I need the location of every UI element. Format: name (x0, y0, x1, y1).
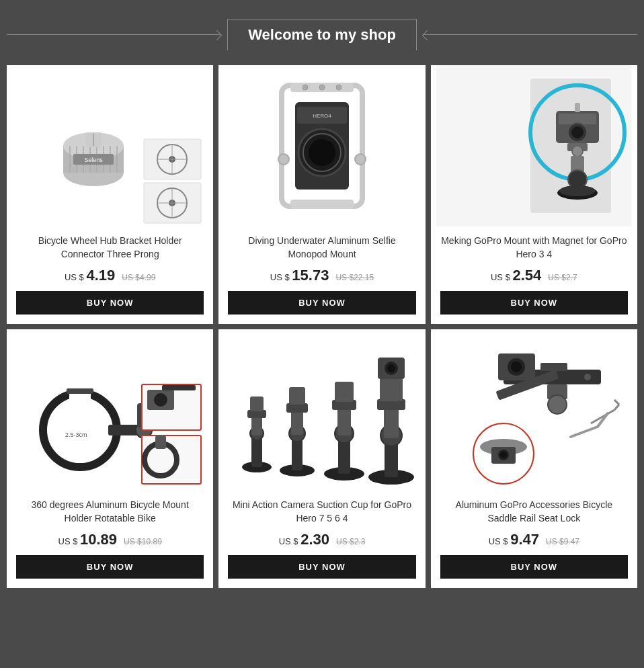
shop-title: Welcome to my shop (248, 26, 396, 50)
product-card-2: HERO4 Diving Underwater Aluminum Selfie … (218, 65, 425, 324)
price-current-6: US $ 9.47 (489, 531, 539, 548)
price-original-6: US $9.47 (546, 537, 579, 546)
svg-point-73 (154, 393, 167, 407)
header-line-left (7, 34, 220, 35)
svg-rect-89 (286, 403, 308, 413)
buy-button-5[interactable]: BUY NOW (228, 555, 415, 579)
price-original-1: US $4.99 (122, 273, 155, 282)
product-card-4: 2.5-3cm (7, 329, 213, 588)
svg-rect-100 (384, 409, 399, 438)
price-current-3: US $ 2.54 (491, 267, 541, 284)
svg-rect-54 (575, 103, 580, 112)
svg-point-117 (511, 362, 522, 372)
svg-point-110 (584, 374, 591, 380)
price-row-1: US $ 4.19 US $4.99 (65, 267, 155, 284)
price-original-2: US $22.15 (335, 273, 374, 282)
svg-point-31 (355, 154, 366, 165)
price-row-6: US $ 9.47 US $9.47 (489, 531, 579, 548)
svg-point-38 (303, 85, 308, 90)
price-current-1: US $ 4.19 (65, 267, 115, 284)
shop-header: Welcome to my shop (7, 7, 637, 65)
price-original-3: US $2.7 (548, 273, 577, 282)
price-row-5: US $ 2.30 US $2.3 (279, 531, 366, 548)
product-grid: Selens Bicycle Wheel Hub Bracket (7, 65, 637, 588)
svg-rect-102 (380, 378, 403, 401)
product-title-2: Diving Underwater Aluminum Selfie Monopo… (228, 235, 415, 261)
svg-point-49 (572, 146, 583, 157)
svg-rect-82 (251, 417, 262, 435)
svg-point-53 (559, 185, 596, 196)
product-image-1: Selens (7, 65, 213, 226)
product-card-5: Mini Action Camera Suction Cup for GoPro… (218, 329, 425, 588)
svg-rect-111 (540, 363, 567, 371)
svg-rect-94 (337, 409, 351, 435)
svg-rect-29 (290, 200, 354, 209)
product-image-3 (431, 65, 637, 226)
price-original-4: US $10.89 (124, 537, 162, 546)
svg-point-105 (387, 364, 395, 372)
svg-point-30 (278, 154, 289, 165)
svg-rect-80 (251, 437, 262, 467)
card-body-1: Bicycle Wheel Hub Bracket Holder Connect… (7, 226, 213, 324)
svg-text:Selens: Selens (84, 157, 103, 163)
price-current-4: US $ 10.89 (58, 531, 118, 548)
svg-rect-106 (436, 329, 631, 491)
price-original-5: US $2.3 (336, 537, 365, 546)
product-image-2: HERO4 (218, 65, 425, 226)
svg-point-47 (571, 126, 583, 138)
product-image-6 (431, 329, 637, 491)
svg-rect-75 (142, 435, 201, 484)
svg-text:HERO4: HERO4 (313, 113, 331, 119)
price-row-4: US $ 10.89 US $10.89 (58, 531, 162, 548)
card-body-3: Meking GoPro Mount with Magnet for GoPro… (431, 226, 637, 324)
product-card-1: Selens Bicycle Wheel Hub Bracket (7, 65, 213, 324)
svg-rect-74 (162, 385, 196, 390)
product-title-5: Mini Action Camera Suction Cup for GoPro… (228, 499, 415, 526)
svg-point-125 (500, 452, 507, 458)
svg-rect-84 (250, 396, 264, 411)
buy-button-4[interactable]: BUY NOW (16, 555, 204, 579)
header-title-box: Welcome to my shop (227, 19, 417, 50)
card-body-2: Diving Underwater Aluminum Selfie Monopo… (218, 226, 425, 324)
price-current-5: US $ 2.30 (279, 531, 329, 548)
svg-rect-96 (335, 382, 354, 402)
price-row-3: US $ 2.54 US $2.7 (491, 267, 577, 284)
buy-button-6[interactable]: BUY NOW (440, 555, 628, 579)
header-line-right (424, 34, 637, 35)
svg-text:2.5-3cm: 2.5-3cm (65, 431, 87, 438)
svg-point-35 (309, 139, 335, 166)
svg-point-39 (319, 85, 325, 90)
card-body-6: Aluminum GoPro Accessories Bicycle Saddl… (431, 491, 637, 588)
svg-rect-90 (289, 387, 305, 405)
svg-rect-77 (155, 435, 166, 449)
buy-button-1[interactable]: BUY NOW (16, 291, 204, 315)
product-title-3: Meking GoPro Mount with Magnet for GoPro… (440, 235, 628, 261)
buy-button-3[interactable]: BUY NOW (440, 291, 628, 315)
product-card-3: Meking GoPro Mount with Magnet for GoPro… (431, 65, 637, 324)
card-body-4: 360 degrees Aluminum Bicycle Mount Holde… (7, 491, 213, 588)
svg-rect-88 (291, 411, 303, 435)
svg-point-40 (336, 85, 341, 90)
product-image-4: 2.5-3cm (7, 329, 213, 491)
product-title-1: Bicycle Wheel Hub Bracket Holder Connect… (16, 235, 204, 261)
product-title-6: Aluminum GoPro Accessories Bicycle Saddl… (440, 499, 628, 526)
svg-rect-58 (67, 388, 93, 394)
price-row-2: US $ 15.73 US $22.15 (270, 267, 374, 284)
product-image-5 (218, 329, 425, 491)
product-card-6: Aluminum GoPro Accessories Bicycle Saddl… (431, 329, 637, 588)
card-body-5: Mini Action Camera Suction Cup for GoPro… (218, 491, 425, 588)
price-current-2: US $ 15.73 (270, 267, 329, 284)
product-title-4: 360 degrees Aluminum Bicycle Mount Holde… (16, 499, 204, 526)
svg-point-113 (548, 395, 567, 414)
buy-button-2[interactable]: BUY NOW (228, 291, 415, 315)
